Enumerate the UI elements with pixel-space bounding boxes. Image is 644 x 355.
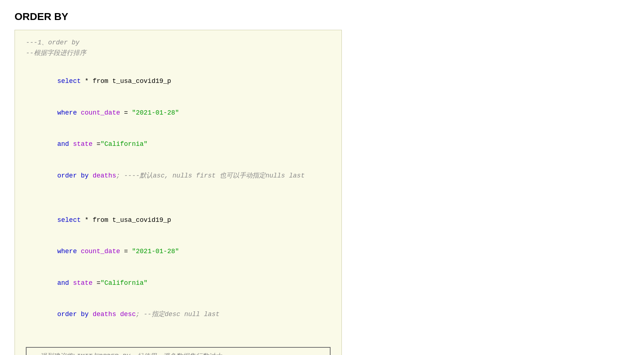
block1-count-date-field: count_date bbox=[77, 109, 120, 116]
block1-line2: where count_date = "2021-01-28" bbox=[26, 97, 331, 128]
separator-1 bbox=[26, 199, 331, 204]
block1-state-str: "California" bbox=[100, 140, 148, 148]
code-block-comments: ---1、order by --根据字段进行排序 bbox=[26, 37, 331, 59]
block1-eq: = bbox=[120, 109, 132, 116]
page-title: ORDER BY bbox=[15, 11, 629, 23]
block2-line3: and state ="California" bbox=[26, 267, 331, 299]
highlighted-recommendation-box: --强烈建议将LIMIT与ORDER BY一起使用。避免数据集行数过大 --当h… bbox=[26, 347, 331, 355]
block2-eq2: = bbox=[93, 279, 101, 287]
comment-line-1: ---1、order by bbox=[26, 37, 331, 48]
block2-date-str: "2021-01-28" bbox=[132, 248, 179, 255]
code-block-2: select * from t_usa_covid19_p where coun… bbox=[26, 204, 331, 330]
block2-where-kw: where bbox=[57, 248, 77, 255]
block2-line4: order by deaths desc; --指定desc null last bbox=[26, 299, 331, 330]
block2-line2: where count_date = "2021-01-28" bbox=[26, 236, 331, 267]
block1-where-kw: where bbox=[57, 109, 77, 116]
block1-line4: order by deaths; ----默认asc, nulls first … bbox=[26, 160, 331, 191]
code-block-1: select * from t_usa_covid19_p where coun… bbox=[26, 66, 331, 192]
block1-orderby-kw: order by bbox=[57, 172, 88, 179]
block1-select-kw: select bbox=[57, 77, 81, 85]
block2-state-field: state bbox=[69, 279, 93, 287]
block1-line1-rest: * from t_usa_covid19_p bbox=[81, 77, 171, 85]
block2-and-kw: and bbox=[57, 279, 69, 287]
comment-line-2: --根据字段进行排序 bbox=[26, 48, 331, 59]
block1-line3: and state ="California" bbox=[26, 128, 331, 160]
block2-select-kw: select bbox=[57, 216, 81, 224]
block1-orderby-comment: ; ----默认asc, nulls first 也可以手动指定nulls la… bbox=[116, 172, 304, 179]
block2-line1-rest: * from t_usa_covid19_p bbox=[81, 216, 171, 224]
block2-deaths-desc-field: deaths desc bbox=[89, 311, 136, 318]
block2-state-str: "California" bbox=[100, 279, 148, 287]
highlight-line-1: --强烈建议将LIMIT与ORDER BY一起使用。避免数据集行数过大 bbox=[32, 351, 324, 355]
block2-count-date-field: count_date bbox=[77, 248, 120, 255]
block2-orderby-kw: order by bbox=[57, 311, 88, 318]
block2-line1: select * from t_usa_covid19_p bbox=[26, 204, 331, 236]
code-container: ---1、order by --根据字段进行排序 select * from t… bbox=[15, 30, 342, 355]
block1-state-field: state bbox=[69, 140, 93, 148]
block2-orderby-comment: ; --指定desc null last bbox=[136, 311, 219, 318]
block1-and-kw: and bbox=[57, 140, 69, 148]
block2-eq: = bbox=[120, 248, 132, 255]
block1-eq2: = bbox=[93, 140, 101, 148]
block1-deaths-field: deaths bbox=[89, 172, 116, 179]
block1-line1: select * from t_usa_covid19_p bbox=[26, 66, 331, 97]
separator-2 bbox=[26, 338, 331, 343]
block1-date-str: "2021-01-28" bbox=[132, 109, 179, 116]
